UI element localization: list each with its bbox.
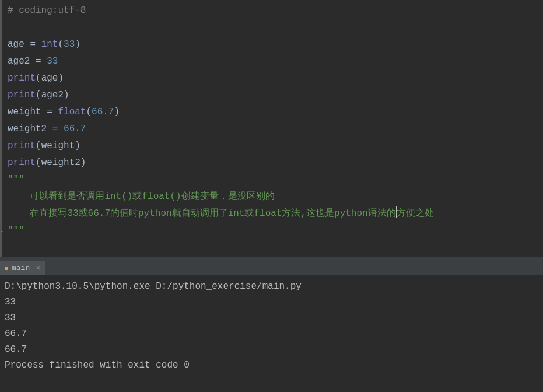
code-line-1[interactable]: # coding:utf-8 — [6, 2, 538, 19]
docstring-close: """ — [8, 225, 24, 236]
tab-label: main — [12, 264, 30, 272]
console-tab-bar: main × — [0, 261, 543, 275]
console-line: D:\python3.10.5\python.exe D:/python_exe… — [5, 279, 538, 295]
code-line-11[interactable]: """ — [6, 172, 538, 188]
code-line-7[interactable]: weight = float(66.7) — [6, 104, 538, 121]
console-line: 33 — [5, 295, 538, 310]
code-line-2[interactable] — [6, 19, 538, 36]
console-line: 33 — [5, 310, 538, 326]
code-line-12[interactable]: 可以看到是否调用int()或float()创建变量，是没区别的 — [6, 188, 538, 205]
code-line-14[interactable]: """ — [6, 222, 538, 239]
console-line: 66.7 — [5, 342, 538, 358]
console-line: 66.7 — [5, 326, 538, 342]
code-line-4[interactable]: age2 = 33 — [6, 53, 538, 70]
docstring-open: """ — [8, 174, 24, 185]
run-icon — [5, 267, 8, 270]
code-line-9[interactable]: print(weight) — [6, 138, 538, 155]
pane-separator[interactable] — [0, 257, 543, 261]
tab-main[interactable]: main × — [0, 261, 45, 275]
code-line-8[interactable]: weight2 = 66.7 — [6, 121, 538, 138]
close-icon[interactable]: × — [36, 264, 40, 273]
text-cursor — [396, 206, 397, 218]
code-line-10[interactable]: print(weight2) — [6, 155, 538, 172]
console-line: Process finished with exit code 0 — [5, 358, 538, 373]
code-line-6[interactable]: print(age2) — [6, 87, 538, 104]
code-line-5[interactable]: print(age) — [6, 70, 538, 87]
console-output[interactable]: D:\python3.10.5\python.exe D:/python_exe… — [0, 275, 543, 377]
comment-text: # coding:utf-8 — [8, 5, 86, 16]
code-line-3[interactable]: age = int(33) — [6, 36, 538, 53]
code-editor[interactable]: # coding:utf-8 age = int(33) age2 = 33 p… — [0, 0, 543, 257]
code-line-13[interactable]: 在直接写33或66.7的值时python就自动调用了int或float方法,这也… — [6, 205, 538, 222]
